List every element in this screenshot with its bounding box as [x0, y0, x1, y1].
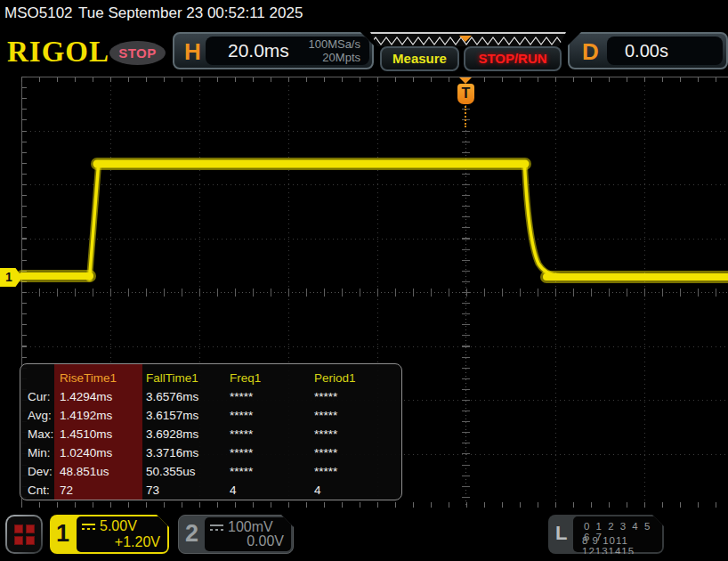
measure-col-falltime[interactable]: FallTime1: [146, 369, 198, 387]
measure-col-risetime[interactable]: RiseTime1: [60, 369, 117, 387]
measure-header-row: RiseTime1 FallTime1 Freq1 Period1: [20, 369, 401, 387]
trigger-marker-icon[interactable]: T: [457, 84, 474, 104]
logic-label: L: [555, 522, 567, 545]
measure-grid-icon: [14, 524, 35, 545]
trigger-position-line: [465, 106, 466, 127]
oscilloscope-screen: MSO5102 Tue September 23 00:52:11 2025 R…: [0, 0, 728, 561]
channel1-status-box[interactable]: 1 5.00V +1.20V: [50, 515, 169, 554]
bottom-bar: 1 5.00V +1.20V 2 100mV 0.00V L 0 1 2 3 4…: [0, 508, 728, 561]
channel1-scale: 5.00V: [100, 518, 137, 534]
measure-row-avg: Avg: 1.4192ms 3.6157ms ***** *****: [20, 406, 401, 425]
dc-coupling-icon: [82, 524, 95, 532]
measure-row-min: Min: 1.0240ms 3.3716ms ***** *****: [20, 443, 401, 462]
measurement-panel: RiseTime1 FallTime1 Freq1 Period1 Cur: 1…: [20, 363, 402, 500]
channel1-offset: +1.20V: [115, 534, 160, 550]
channel2-status-box[interactable]: 2 100mV 0.00V: [178, 515, 294, 554]
channel2-offset: 0.00V: [247, 533, 284, 549]
measure-row-max: Max: 1.4510ms 3.6928ms ***** *****: [20, 425, 401, 443]
channel1-number: 1: [56, 520, 69, 548]
dc-coupling-icon: [210, 524, 223, 533]
measure-row-cnt: Cnt: 72 73 4 4: [20, 481, 401, 500]
logic-channels-row2: 8 9 1011 12131415: [582, 535, 662, 557]
measure-col-period[interactable]: Period1: [314, 369, 356, 387]
trigger-position-triangle-icon[interactable]: [459, 77, 472, 84]
channel2-number: 2: [185, 520, 198, 548]
measure-row-dev: Dev: 48.851us 50.355us ***** *****: [20, 462, 401, 481]
measure-col-freq[interactable]: Freq1: [230, 369, 261, 387]
measure-items-button[interactable]: [5, 515, 43, 554]
logic-channels-box[interactable]: L 0 1 2 3 4 5 6 7 8 9 1011 12131415: [548, 515, 664, 554]
measure-row-cur: Cur: 1.4294ms 3.6576ms ***** *****: [20, 387, 401, 406]
